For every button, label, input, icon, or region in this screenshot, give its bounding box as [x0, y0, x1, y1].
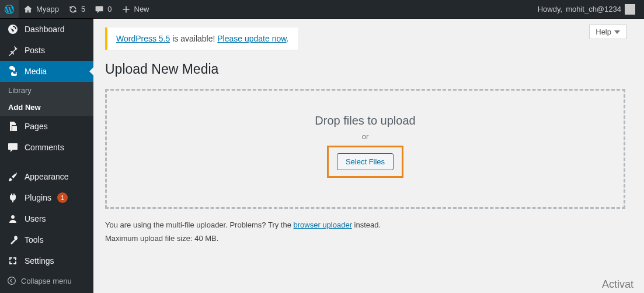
admin-sidebar: Dashboard Posts Media Library Add New Pa… — [0, 19, 93, 293]
drop-hint: Drop files to upload — [107, 114, 624, 127]
sidebar-item-tools[interactable]: Tools — [0, 229, 93, 250]
update-count: 5 — [81, 5, 85, 13]
update-icon — [68, 5, 78, 14]
sidebar-item-media[interactable]: Media — [0, 61, 93, 82]
howdy-prefix: Howdy, — [538, 5, 562, 13]
select-highlight: Select Files — [327, 146, 403, 178]
sidebar-item-label: Tools — [25, 235, 44, 244]
comment-count: 0 — [107, 5, 112, 13]
sidebar-item-comments[interactable]: Comments — [0, 137, 93, 158]
sidebar-item-plugins[interactable]: Plugins 1 — [0, 187, 93, 208]
sidebar-submenu-media: Library Add New — [0, 82, 93, 116]
sidebar-item-pages[interactable]: Pages — [0, 116, 93, 137]
caret-down-icon — [614, 30, 620, 34]
activate-watermark: Activat — [602, 278, 633, 291]
admin-toolbar: Myapp 5 0 New Howdy, mohit_ch@1234 — [0, 0, 644, 19]
uploader-post: instead. — [352, 220, 381, 229]
sidebar-item-posts[interactable]: Posts — [0, 40, 93, 61]
avatar — [625, 4, 635, 15]
home-icon — [23, 5, 33, 14]
wordpress-icon — [5, 5, 14, 14]
notice-text: is available! — [170, 34, 217, 43]
or-text: or — [107, 132, 624, 141]
pin-icon — [7, 44, 19, 56]
sidebar-item-label: Media — [25, 67, 47, 76]
page-title: Upload New Media — [105, 61, 625, 77]
uploader-pre: You are using the multi-file uploader. P… — [105, 220, 294, 229]
dashboard-icon — [7, 23, 19, 35]
sidebar-item-appearance[interactable]: Appearance — [0, 166, 93, 187]
wp-version-link[interactable]: WordPress 5.5 — [116, 34, 170, 43]
notice-tail: . — [287, 34, 289, 43]
site-link[interactable]: Myapp — [19, 0, 64, 18]
sidebar-item-label: Pages — [25, 122, 48, 131]
sidebar-item-settings[interactable]: Settings — [0, 250, 93, 271]
comments-link[interactable]: 0 — [90, 0, 116, 18]
sidebar-item-label: Settings — [25, 256, 54, 266]
toolbar-right: Howdy, mohit_ch@1234 — [533, 0, 644, 18]
pages-icon — [7, 120, 19, 132]
collapse-icon — [7, 276, 16, 285]
collapse-label: Collapse menu — [21, 277, 72, 285]
updates-link[interactable]: 5 — [64, 0, 90, 18]
sidebar-item-label: Appearance — [25, 172, 69, 181]
max-size-info: Maximum upload file size: 40 MB. — [105, 234, 625, 243]
collapse-menu[interactable]: Collapse menu — [0, 271, 93, 290]
sidebar-item-label: Posts — [25, 46, 45, 55]
account-link[interactable]: Howdy, mohit_ch@1234 — [533, 0, 635, 18]
comment-icon — [95, 5, 104, 14]
sidebar-sub-add-new[interactable]: Add New — [0, 99, 93, 116]
help-tab[interactable]: Help — [589, 25, 626, 39]
site-name: Myapp — [36, 5, 59, 13]
comments-icon — [7, 142, 19, 153]
sidebar-item-label: Users — [25, 214, 46, 223]
media-icon — [7, 66, 19, 77]
wp-logo[interactable] — [0, 0, 19, 18]
sidebar-sub-library[interactable]: Library — [0, 82, 93, 99]
upload-dropzone[interactable]: Drop files to upload or Select Files — [105, 89, 625, 209]
new-label: New — [134, 5, 149, 13]
browser-uploader-link[interactable]: browser uploader — [294, 220, 352, 229]
sidebar-item-label: Dashboard — [25, 25, 65, 34]
update-notice: WordPress 5.5 is available! Please updat… — [105, 27, 298, 50]
plus-icon — [121, 5, 131, 14]
user-name: mohit_ch@1234 — [566, 5, 621, 13]
settings-icon — [7, 255, 19, 267]
new-content[interactable]: New — [117, 0, 154, 18]
plugin-icon — [7, 192, 19, 204]
sidebar-item-users[interactable]: Users — [0, 208, 93, 229]
toolbar-left: Myapp 5 0 New — [0, 0, 154, 18]
select-files-button[interactable]: Select Files — [337, 153, 394, 170]
help-label: Help — [596, 27, 611, 36]
content-area: Help WordPress 5.5 is available! Please … — [93, 19, 637, 293]
sidebar-item-label: Plugins — [25, 193, 51, 202]
tools-icon — [7, 234, 19, 246]
svg-point-0 — [8, 277, 16, 285]
plugin-badge: 1 — [57, 192, 68, 203]
sidebar-item-label: Comments — [25, 143, 64, 152]
sidebar-item-dashboard[interactable]: Dashboard — [0, 19, 93, 40]
uploader-info: You are using the multi-file uploader. P… — [105, 220, 625, 229]
users-icon — [7, 213, 19, 225]
update-now-link[interactable]: Please update now — [217, 34, 286, 43]
brush-icon — [7, 171, 19, 182]
